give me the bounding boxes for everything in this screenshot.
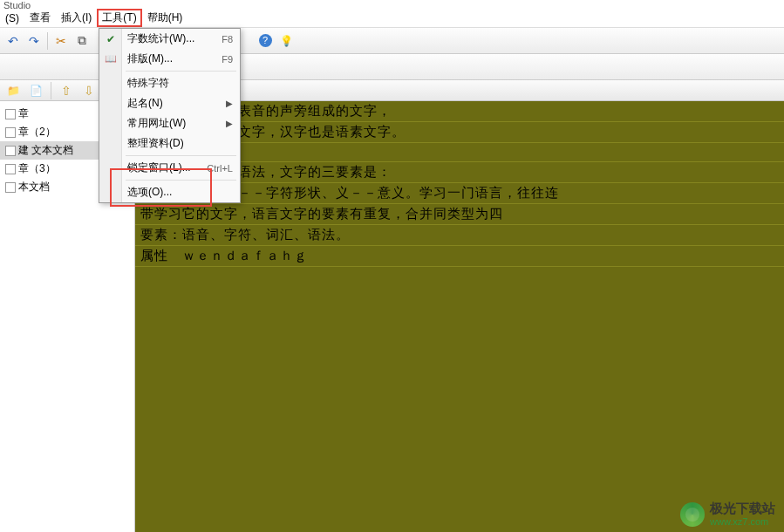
undo-icon: ↶ [8,34,18,48]
tree-item-label: 建 文本文档 [18,143,73,158]
menu-organize[interactable]: 整理资料(D) [99,133,240,153]
copy-button[interactable]: ⧉ [72,31,92,51]
undo-button[interactable]: ↶ [3,31,23,51]
menu-view[interactable]: 查看 [24,9,56,27]
menu-shortcut: F8 [222,34,233,44]
menu-item-label: 常用网址(W) [127,116,186,131]
page-icon [5,164,16,174]
menu-separator [126,180,236,181]
menu-options[interactable]: 选项(O)... [99,182,240,202]
cut-button[interactable]: ✂ [51,31,71,51]
add-folder-button[interactable]: 📁 [3,81,23,100]
page-icon [5,109,16,119]
menubar-partial[interactable]: (S) [0,10,24,26]
separator [47,32,48,50]
menu-help[interactable]: 帮助(H) [142,9,188,27]
menu-separator [126,155,236,156]
editor-line: 属性 ｗｅｎｄａｆａｈｇ [135,246,784,267]
submenu-arrow-icon: ▶ [226,99,233,108]
help-button[interactable]: ? [256,31,275,51]
separator [51,82,51,99]
help-icon: ? [259,34,272,47]
editor-line: 要素：语音、字符、词汇、语法。 [135,225,784,246]
tree-item-label: 章（2） [18,125,56,140]
menu-item-label: 字数统计(W)... [127,31,194,46]
menu-commonurls[interactable]: 常用网址(W) ▶ [99,113,240,133]
watermark-url: www.xz7.com [710,516,775,527]
menu-lockwindow[interactable]: 锁定窗口(L)... Ctrl+L [99,158,240,178]
menu-wordcount[interactable]: ✔ 字数统计(W)... F8 [99,29,240,49]
page-icon [5,127,16,138]
menubar: (S) 查看 插入(I) 工具(T) 帮助(H) [0,9,784,28]
menu-insert[interactable]: 插入(I) [56,9,97,27]
move-up-button[interactable]: ⇧ [57,81,76,100]
book-icon: 📖 [104,52,118,66]
menu-item-label: 锁定窗口(L)... [127,160,191,175]
editor-line: 带学习它的文字，语言文字的要素有重复，合并同类型为四 [135,204,784,225]
copy-icon: ⧉ [78,33,86,48]
menu-item-label: 排版(M)... [127,51,173,66]
tree-item-label: 本文档 [18,180,50,194]
menu-tools[interactable]: 工具(T) [97,9,141,27]
redo-icon: ↷ [29,34,39,48]
menu-item-label: 特殊字符 [127,76,169,91]
page-icon [5,182,16,193]
menu-item-label: 起名(N) [127,96,163,111]
watermark: 极光下载站 www.xz7.com [680,501,775,527]
watermark-logo-icon [680,502,705,527]
menu-separator [126,71,236,72]
menu-shortcut: Ctrl+L [207,163,233,174]
menu-typeset[interactable]: 📖 排版(M)... F9 [99,49,240,69]
add-page-button[interactable]: 📄 [26,81,45,100]
cut-icon: ✂ [56,34,66,48]
window-title: Studio [3,0,31,9]
menu-specialchars[interactable]: 特殊字符 [99,73,240,93]
tip-button[interactable]: 💡 [276,31,296,51]
bulb-icon: 💡 [280,35,293,47]
move-down-button[interactable]: ⇩ [79,81,99,100]
tree-item-label: 章 [18,106,29,121]
menu-item-label: 选项(O)... [127,185,172,200]
tree-item-label: 章（3） [18,161,56,176]
menu-item-label: 整理资料(D) [127,136,184,151]
check-icon: ✔ [104,32,118,46]
tools-dropdown: ✔ 字数统计(W)... F8 📖 排版(M)... F9 特殊字符 起名(N)… [99,28,241,203]
menu-naming[interactable]: 起名(N) ▶ [99,93,240,113]
page-icon [5,146,16,156]
redo-button[interactable]: ↷ [24,31,44,51]
menu-shortcut: F9 [222,54,233,65]
watermark-name: 极光下载站 [710,501,775,516]
submenu-arrow-icon: ▶ [226,119,233,128]
